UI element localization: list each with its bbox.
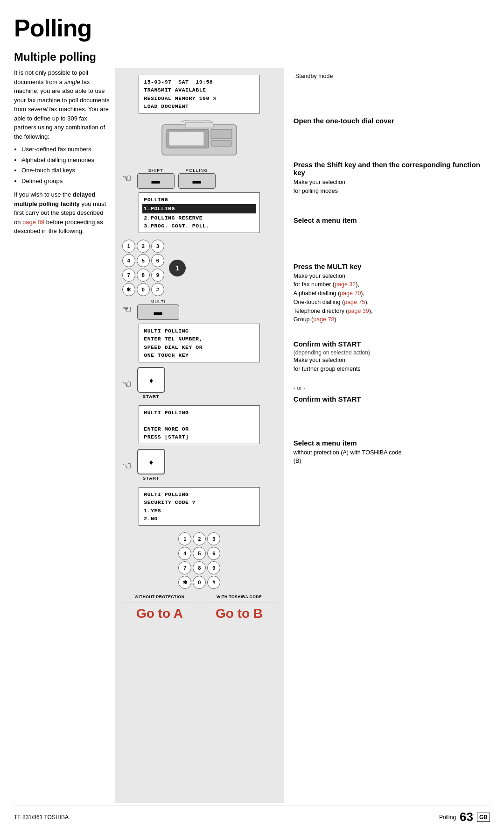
- step4-sub: Make your selection for fax number (page…: [294, 272, 490, 325]
- step3-title: Select a menu item: [294, 216, 490, 224]
- intro-paragraph: It is not only possible to poll document…: [14, 68, 110, 141]
- start-step-2: ☞ ⬧ START: [122, 449, 277, 485]
- key2-8[interactable]: 8: [193, 561, 206, 574]
- key2-7[interactable]: 7: [178, 561, 191, 574]
- svg-rect-3: [211, 141, 232, 146]
- footer-right: Polling 63 GB: [439, 810, 490, 824]
- center-column: 15-03-97 SAT 19:56 TRANSMIT AVAILABLE RE…: [115, 68, 284, 803]
- link-page78[interactable]: page 78: [313, 316, 334, 323]
- key-4[interactable]: 4: [122, 254, 135, 267]
- lcd-standby: 15-03-97 SAT 19:56 TRANSMIT AVAILABLE RE…: [122, 75, 277, 116]
- instr-press-multi: Press the MULTI key Make your selection …: [294, 262, 490, 325]
- multi-key-label: MULTI: [140, 299, 177, 304]
- hand-icon-4: ☞: [122, 460, 132, 472]
- or-divider: - or -: [294, 385, 490, 391]
- lcd-line-2: TRANSMIT AVAILABLE: [144, 87, 206, 93]
- key2-2[interactable]: 2: [193, 532, 206, 545]
- fax-machine-image: [157, 120, 241, 162]
- bold-text: delayed multiple polling facility: [14, 191, 95, 207]
- step7-sub: without protection (A) with TOSHIBA code…: [294, 448, 490, 466]
- lcd-em-1: MULTI POLLING: [144, 410, 189, 416]
- key-3[interactable]: 3: [151, 240, 164, 253]
- list-item-2: Alphabet dialling memories: [21, 156, 110, 165]
- right-column: Standby mode Open the one-touch dial cov…: [284, 68, 490, 803]
- key-5[interactable]: 5: [137, 254, 150, 267]
- step4-title: Press the MULTI key: [294, 262, 490, 270]
- footer-model: TF 831/861 TOSHIBA: [14, 814, 69, 821]
- section-title: Multiple polling: [14, 50, 490, 64]
- without-protection-label: WITHOUT PROTECTION: [122, 594, 197, 599]
- instr-shift-key: Press the Shift key and then the corresp…: [294, 161, 490, 196]
- step6-title: Confirm with START: [294, 395, 490, 403]
- step7-title: Select a menu item: [294, 439, 490, 447]
- hand-icon-3: ☞: [122, 378, 132, 390]
- lcd-multi-2: ENTER TEL NUMBER,: [144, 336, 203, 342]
- lcd-multi-polling: MULTI POLLING ENTER TEL NUMBER, SPEED DI…: [122, 324, 277, 365]
- link-page39[interactable]: page 39: [348, 308, 369, 314]
- key-7[interactable]: 7: [122, 269, 135, 282]
- lcd-box-multi: MULTI POLLING ENTER TEL NUMBER, SPEED DI…: [139, 324, 260, 362]
- key2-hash[interactable]: #: [207, 576, 220, 589]
- svg-rect-4: [185, 122, 213, 128]
- start-btn-area-2: ⬧ START: [137, 449, 165, 481]
- start-button-1[interactable]: ⬧: [137, 367, 165, 393]
- goto-b-button[interactable]: Go to B: [202, 602, 277, 625]
- key2-3[interactable]: 3: [207, 532, 220, 545]
- instr-select-menu-2: Select a menu item without protection (A…: [294, 439, 490, 466]
- list-item-4: Defined groups: [21, 177, 110, 186]
- key2-star[interactable]: ✱: [178, 576, 191, 589]
- hand-start-1-row: ☞ ⬧ START: [122, 367, 277, 402]
- key-hash[interactable]: #: [151, 283, 164, 296]
- italic-single: single: [64, 78, 80, 85]
- step2-sub: Make your selectionfor polling modes: [294, 178, 490, 196]
- standby-mode-label: Standby mode: [294, 73, 490, 79]
- svg-rect-2: [211, 129, 232, 139]
- hand-multi-row: ☞ MULTI ▬: [122, 299, 277, 320]
- polling-key-btn[interactable]: ▬: [178, 173, 216, 189]
- step2-title: Press the Shift key and then the corresp…: [294, 161, 490, 177]
- lcd-sec-2: SECURITY CODE ?: [144, 499, 196, 505]
- key2-0[interactable]: 0: [193, 576, 206, 589]
- with-toshiba-label: WITH TOSHIBA CODE: [202, 594, 277, 599]
- step1-title: Open the one-touch dial cover: [294, 117, 490, 125]
- key-1-highlight[interactable]: 1: [169, 260, 186, 276]
- link-page70[interactable]: page 70: [340, 290, 361, 297]
- goto-a-button[interactable]: Go to A: [122, 602, 197, 625]
- start-btn-area-1: ⬧ START: [137, 367, 165, 399]
- key2-9[interactable]: 9: [207, 561, 220, 574]
- footer-page: 63: [460, 810, 473, 824]
- key-8[interactable]: 8: [137, 269, 150, 282]
- note-paragraph: If you wish to use the delayed multiple …: [14, 190, 110, 236]
- lcd-polling-title: POLLING: [144, 197, 168, 203]
- step5-title: Confirm with START: [294, 340, 490, 348]
- left-column: It is not only possible to poll document…: [14, 68, 115, 803]
- multi-key-btn[interactable]: ▬: [137, 304, 179, 320]
- key-star[interactable]: ✱: [122, 283, 135, 296]
- start-button-2[interactable]: ⬧: [137, 449, 165, 474]
- key2-1[interactable]: 1: [178, 532, 191, 545]
- svg-rect-5: [169, 132, 204, 146]
- key2-6[interactable]: 6: [207, 547, 220, 560]
- key-9[interactable]: 9: [151, 269, 164, 282]
- key-1[interactable]: 1: [122, 240, 135, 253]
- key2-5[interactable]: 5: [193, 547, 206, 560]
- lcd-multi-4: ONE TOUCH KEY: [144, 352, 189, 358]
- machine-image-step: [122, 118, 277, 166]
- page89-link[interactable]: page 89: [22, 219, 44, 226]
- shift-key-btn[interactable]: ▬: [137, 173, 175, 189]
- lcd-polling-3: 3.PROG. CONT. POLL.: [144, 223, 210, 229]
- polling-key-label: POLLING: [178, 168, 216, 173]
- instr-select-menu-1: Select a menu item: [294, 216, 490, 226]
- shift-key-label: SHIFT: [137, 168, 175, 173]
- link-page32[interactable]: page 32: [335, 281, 356, 288]
- key-0[interactable]: 0: [137, 283, 150, 296]
- list-item-1: User-defined fax numbers: [21, 145, 110, 154]
- link-page75[interactable]: page 75: [344, 299, 365, 305]
- key2-4[interactable]: 4: [178, 547, 191, 560]
- key-2[interactable]: 2: [137, 240, 150, 253]
- lcd-polling-1: 1.POLLING: [142, 204, 256, 213]
- key-6[interactable]: 6: [151, 254, 164, 267]
- start-label-2: START: [143, 475, 160, 481]
- lcd-security: MULTI POLLING SECURITY CODE ? 1.YES 2.NO: [122, 487, 277, 529]
- footer-section: Polling: [439, 814, 456, 821]
